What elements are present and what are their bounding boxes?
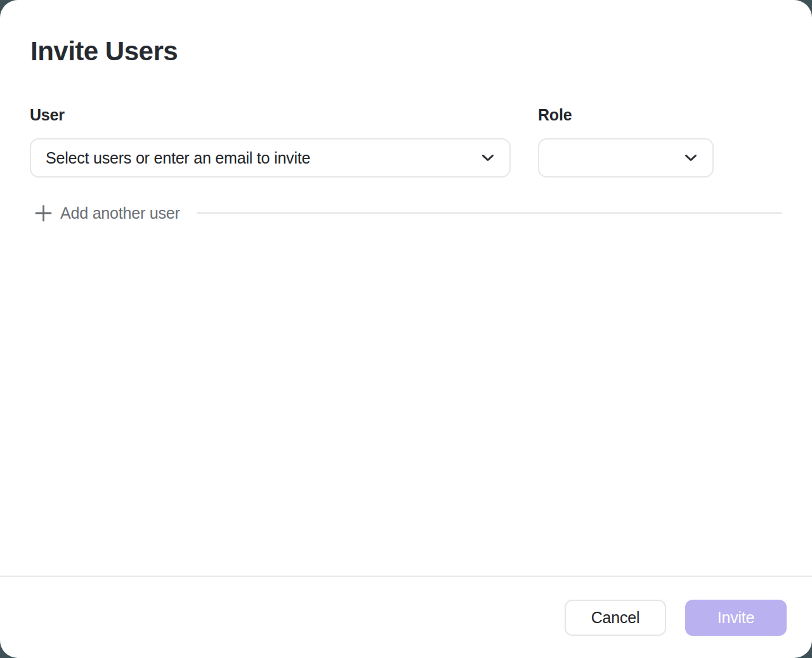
- role-select[interactable]: [538, 138, 714, 177]
- invite-users-modal: Invite Users User Select users or enter …: [0, 0, 812, 658]
- inline-divider: [197, 212, 782, 214]
- add-another-user-button[interactable]: Add another user: [30, 202, 180, 224]
- user-select-placeholder: Select users or enter an email to invite: [46, 149, 481, 167]
- role-field-label: Role: [538, 106, 572, 124]
- footer-divider: [0, 576, 812, 577]
- invite-button[interactable]: Invite: [685, 600, 787, 636]
- chevron-down-icon: [684, 154, 697, 162]
- modal-title: Invite Users: [30, 36, 178, 67]
- user-field-label: User: [30, 106, 65, 124]
- add-another-user-label: Add another user: [60, 204, 180, 223]
- cancel-button[interactable]: Cancel: [565, 600, 666, 636]
- add-user-row: Add another user: [30, 202, 782, 224]
- plus-icon: [35, 205, 52, 222]
- chevron-down-icon: [481, 154, 494, 162]
- user-select[interactable]: Select users or enter an email to invite: [30, 138, 511, 177]
